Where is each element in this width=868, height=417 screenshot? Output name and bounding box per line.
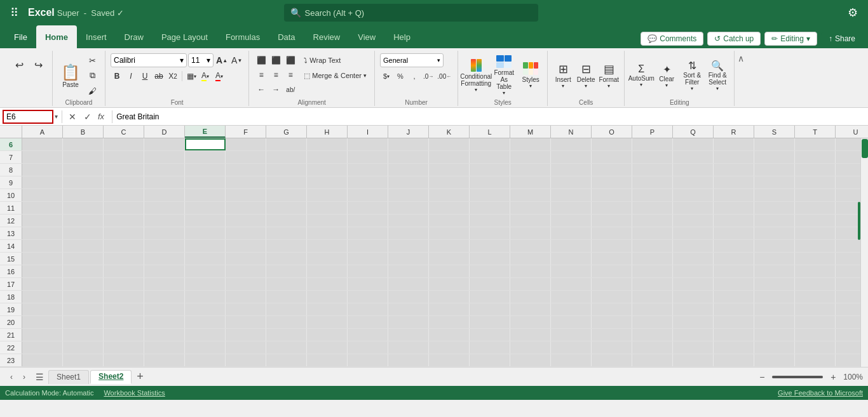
cell-A14[interactable] [22, 240, 63, 252]
cell-J9[interactable] [388, 176, 429, 189]
workbook-stats[interactable]: Workbook Statistics [104, 389, 165, 397]
cell-E18[interactable] [185, 291, 226, 303]
redo-button[interactable]: ↪ [29, 56, 47, 74]
cell-J6[interactable] [388, 138, 429, 150]
cell-F14[interactable] [226, 240, 266, 252]
border-button[interactable]: ▦▾ [185, 70, 198, 83]
cell-M11[interactable] [510, 202, 551, 214]
cell-E23[interactable] [185, 354, 226, 366]
cell-T21[interactable] [795, 329, 836, 341]
cell-B7[interactable] [63, 151, 104, 163]
cell-N10[interactable] [551, 189, 592, 201]
cell-O19[interactable] [592, 303, 632, 315]
cell-M16[interactable] [510, 265, 551, 277]
cell-S12[interactable] [754, 215, 795, 227]
cell-S10[interactable] [754, 189, 795, 201]
cell-G7[interactable] [266, 151, 307, 163]
cell-B14[interactable] [63, 240, 104, 252]
cell-J7[interactable] [388, 151, 429, 163]
cell-D22[interactable] [144, 341, 185, 354]
cell-N20[interactable] [551, 316, 592, 328]
cell-K9[interactable] [429, 176, 470, 189]
cell-N13[interactable] [551, 227, 592, 239]
cell-P21[interactable] [632, 329, 673, 341]
cell-M21[interactable] [510, 329, 551, 341]
cell-I16[interactable] [348, 265, 388, 277]
cell-T22[interactable] [795, 341, 836, 354]
cell-Q8[interactable] [673, 164, 714, 176]
cell-E8[interactable] [185, 164, 226, 176]
cell-P10[interactable] [632, 189, 673, 201]
cell-F19[interactable] [226, 303, 266, 315]
cell-S18[interactable] [754, 291, 795, 303]
align-top-right[interactable]: ⬛ [283, 53, 297, 67]
cell-G6[interactable] [266, 138, 307, 150]
cell-F13[interactable] [226, 227, 266, 239]
cell-R17[interactable] [714, 278, 754, 290]
cell-I13[interactable] [348, 227, 388, 239]
cell-S16[interactable] [754, 265, 795, 277]
cell-L14[interactable] [470, 240, 510, 252]
cell-B8[interactable] [63, 164, 104, 176]
cell-L10[interactable] [470, 189, 510, 201]
cell-K22[interactable] [429, 341, 470, 354]
col-header-G[interactable]: G [266, 126, 307, 138]
cell-N14[interactable] [551, 240, 592, 252]
cell-A7[interactable] [22, 151, 63, 163]
col-header-L[interactable]: L [470, 126, 510, 138]
cell-E12[interactable] [185, 215, 226, 227]
cell-O12[interactable] [592, 215, 632, 227]
cell-M15[interactable] [510, 253, 551, 265]
cell-B15[interactable] [63, 253, 104, 265]
decimal-dec-button[interactable]: .00← [436, 70, 452, 83]
cell-T10[interactable] [795, 189, 836, 201]
col-header-K[interactable]: K [429, 126, 470, 138]
cell-H20[interactable] [307, 316, 348, 328]
cell-E19[interactable] [185, 303, 226, 315]
cell-L21[interactable] [470, 329, 510, 341]
cell-O21[interactable] [592, 329, 632, 341]
cell-Q17[interactable] [673, 278, 714, 290]
cell-T20[interactable] [795, 316, 836, 328]
cell-L19[interactable] [470, 303, 510, 315]
autosum-button[interactable]: Σ AutoSum ▾ [630, 62, 653, 89]
cell-R19[interactable] [714, 303, 754, 315]
cell-N15[interactable] [551, 253, 592, 265]
cell-B16[interactable] [63, 265, 104, 277]
cell-K23[interactable] [429, 354, 470, 366]
cell-B22[interactable] [63, 341, 104, 354]
cell-B6[interactable] [63, 138, 104, 150]
paste-button[interactable]: 📋 Paste [58, 61, 83, 91]
align-mid-right[interactable]: ≡ [283, 68, 297, 82]
cell-J15[interactable] [388, 253, 429, 265]
scrollbar-thumb[interactable] [862, 139, 868, 158]
cell-M8[interactable] [510, 164, 551, 176]
cell-J11[interactable] [388, 202, 429, 214]
confirm-formula-button[interactable]: ✓ [81, 110, 94, 123]
cell-R15[interactable] [714, 253, 754, 265]
cell-A20[interactable] [22, 316, 63, 328]
italic-button[interactable]: I [125, 70, 137, 83]
cell-G8[interactable] [266, 164, 307, 176]
font-color-button[interactable]: A▾ [213, 70, 226, 83]
strikethrough-button[interactable]: ab [153, 70, 165, 83]
cell-I21[interactable] [348, 329, 388, 341]
cell-T6[interactable] [795, 138, 836, 150]
tab-file[interactable]: File [5, 25, 36, 48]
cell-B17[interactable] [63, 278, 104, 290]
cell-H15[interactable] [307, 253, 348, 265]
percent-button[interactable]: % [394, 70, 407, 83]
cancel-formula-button[interactable]: ✕ [66, 110, 79, 123]
cell-F9[interactable] [226, 176, 266, 189]
cell-L22[interactable] [470, 341, 510, 354]
cell-M22[interactable] [510, 341, 551, 354]
cell-N18[interactable] [551, 291, 592, 303]
cell-Q19[interactable] [673, 303, 714, 315]
cell-F20[interactable] [226, 316, 266, 328]
cell-K20[interactable] [429, 316, 470, 328]
col-header-U[interactable]: U [836, 126, 868, 138]
col-header-M[interactable]: M [510, 126, 551, 138]
formula-input[interactable] [116, 110, 865, 124]
cell-T7[interactable] [795, 151, 836, 163]
cell-E9[interactable] [185, 176, 226, 189]
